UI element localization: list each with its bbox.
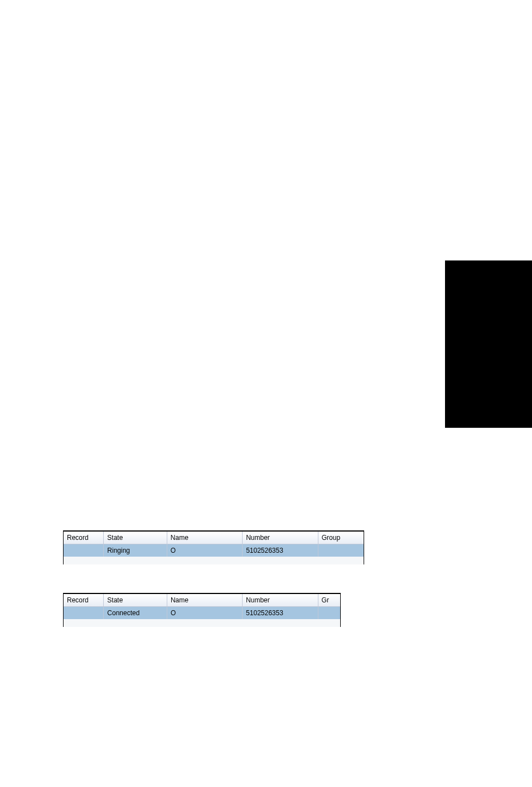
table-header-row: Record State Name Number Group bbox=[64, 532, 364, 544]
table-row-empty bbox=[64, 557, 364, 564]
column-header-group[interactable]: Group bbox=[318, 532, 364, 544]
column-header-name[interactable]: Name bbox=[167, 532, 242, 544]
cell-name: O bbox=[167, 607, 242, 620]
call-table-2: Record State Name Number Gr Connected O … bbox=[63, 593, 341, 627]
column-header-record[interactable]: Record bbox=[64, 594, 104, 607]
table-row[interactable]: Connected O 5102526353 bbox=[64, 607, 340, 620]
cell-number: 5102526353 bbox=[243, 607, 318, 620]
black-overlay bbox=[445, 260, 532, 428]
cell-state: Connected bbox=[104, 607, 167, 620]
table-row[interactable]: Ringing O 5102526353 bbox=[64, 544, 364, 557]
cell-group bbox=[318, 607, 340, 620]
column-header-record[interactable]: Record bbox=[64, 532, 104, 544]
call-table-1: Record State Name Number Group Ringing O… bbox=[63, 530, 364, 564]
column-header-state[interactable]: State bbox=[104, 532, 167, 544]
cell-group bbox=[318, 544, 364, 557]
cell-state: Ringing bbox=[104, 544, 167, 557]
column-header-state[interactable]: State bbox=[104, 594, 167, 607]
column-header-number[interactable]: Number bbox=[243, 532, 318, 544]
cell-record bbox=[64, 544, 104, 557]
column-header-number[interactable]: Number bbox=[243, 594, 318, 607]
cell-record bbox=[64, 607, 104, 620]
column-header-group[interactable]: Gr bbox=[318, 594, 340, 607]
table-header-row: Record State Name Number Gr bbox=[64, 594, 340, 607]
cell-number: 5102526353 bbox=[243, 544, 318, 557]
column-header-name[interactable]: Name bbox=[167, 594, 242, 607]
table-row-empty bbox=[64, 619, 340, 627]
cell-name: O bbox=[167, 544, 242, 557]
